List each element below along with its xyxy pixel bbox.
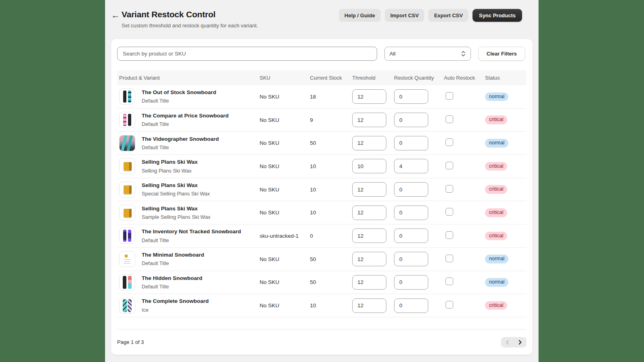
column-header-current-stock: Current Stock: [310, 75, 352, 81]
column-header-threshold: Threshold: [352, 75, 394, 81]
restock-quantity-input[interactable]: [394, 298, 428, 313]
product-name: Selling Plans Ski Wax: [142, 159, 198, 165]
product-name: Selling Plans Ski Wax: [142, 182, 210, 189]
auto-restock-checkbox[interactable]: [446, 138, 453, 146]
table-row: Selling Plans Ski Wax Special Selling Pl…: [117, 178, 526, 202]
table-row: Selling Plans Ski Wax Sample Selling Pla…: [117, 201, 526, 224]
auto-restock-checkbox[interactable]: [446, 278, 453, 285]
page-title: Variant Restock Control: [122, 10, 215, 19]
product-thumbnail: [119, 205, 135, 221]
sku-value: No SKU: [260, 210, 310, 216]
variant-name: Ice: [142, 307, 209, 313]
sku-value: No SKU: [260, 94, 310, 100]
threshold-input[interactable]: [352, 206, 386, 220]
restock-quantity-input[interactable]: [394, 275, 428, 290]
status-badge: normal: [485, 93, 508, 101]
restock-quantity-input[interactable]: [394, 136, 428, 150]
page-indicator: Page 1 of 3: [117, 339, 144, 345]
page-subtitle: Set custom threshold and restock quantit…: [122, 23, 258, 29]
variant-name: Default Title: [142, 237, 241, 243]
auto-restock-checkbox[interactable]: [446, 92, 453, 100]
current-stock-value: 10: [310, 163, 352, 169]
status-badge: critical: [485, 301, 507, 310]
status-badge: critical: [485, 208, 507, 217]
import-csv-button[interactable]: Import CSV: [385, 9, 425, 22]
table-row: The Complete Snowboard Ice No SKU 10 cri…: [117, 294, 526, 317]
previous-page-button[interactable]: [501, 337, 514, 348]
restock-quantity-input[interactable]: [394, 206, 428, 220]
threshold-input[interactable]: [352, 182, 386, 197]
table-row: The Compare at Price Snowboard Default T…: [117, 109, 526, 132]
table-footer: Page 1 of 3: [117, 329, 526, 355]
back-arrow-icon[interactable]: ←: [110, 10, 121, 21]
product-name: The Hidden Snowboard: [142, 275, 202, 282]
product-name: The Compare at Price Snowboard: [142, 113, 229, 119]
sku-value: No SKU: [260, 302, 310, 309]
product-thumbnail: [119, 112, 135, 128]
restock-quantity-input[interactable]: [394, 113, 428, 127]
column-header-restock-quantity: Restock Quantity: [394, 75, 444, 81]
status-badge: normal: [485, 278, 508, 287]
updown-chevron-icon: [461, 51, 466, 57]
sync-products-button[interactable]: Sync Products: [473, 9, 522, 22]
restock-table-card: All Clear Filters Product & Variant SKU …: [111, 39, 533, 355]
product-thumbnail: [119, 298, 135, 314]
restock-quantity-input[interactable]: [394, 182, 428, 197]
threshold-input[interactable]: [352, 275, 386, 290]
current-stock-value: 10: [310, 210, 352, 216]
chevron-right-icon: [518, 340, 522, 345]
sku-value: No SKU: [260, 117, 310, 123]
auto-restock-checkbox[interactable]: [446, 115, 453, 123]
table-row: The Hidden Snowboard Default Title No SK…: [117, 271, 526, 294]
clear-filters-button[interactable]: Clear Filters: [478, 47, 525, 61]
column-header-status: Status: [485, 75, 526, 81]
restock-quantity-input[interactable]: [394, 159, 428, 173]
table-header-row: Product & Variant SKU Current Stock Thre…: [117, 70, 526, 85]
table-row: The Inventory Not Tracked Snowboard Defa…: [117, 224, 526, 248]
column-header-product: Product & Variant: [117, 75, 260, 81]
export-csv-button[interactable]: Export CSV: [428, 9, 469, 22]
next-page-button[interactable]: [514, 337, 527, 348]
status-badge: critical: [485, 232, 507, 241]
auto-restock-checkbox[interactable]: [446, 301, 453, 309]
column-header-auto-restock: Auto Restock: [444, 75, 485, 81]
threshold-input[interactable]: [352, 89, 386, 104]
auto-restock-checkbox[interactable]: [446, 162, 453, 169]
current-stock-value: 10: [310, 302, 352, 309]
pagination-control: [501, 337, 526, 348]
status-filter-select[interactable]: All: [384, 47, 471, 61]
table-row: Selling Plans Ski Wax Selling Plans Ski …: [117, 155, 526, 178]
threshold-input[interactable]: [352, 159, 386, 173]
column-header-sku: SKU: [260, 75, 310, 81]
variant-name: Default Title: [142, 144, 219, 150]
auto-restock-checkbox[interactable]: [446, 255, 453, 262]
search-input[interactable]: [117, 47, 377, 61]
restock-quantity-input[interactable]: [394, 89, 428, 104]
current-stock-value: 50: [310, 140, 352, 146]
help-guide-button[interactable]: Help / Guide: [339, 9, 381, 22]
current-stock-value: 10: [310, 187, 352, 193]
variant-name: Default Title: [142, 284, 202, 290]
table-row: The Out of Stock Snowboard Default Title…: [117, 85, 526, 109]
product-name: The Out of Stock Snowboard: [142, 89, 216, 96]
auto-restock-checkbox[interactable]: [446, 231, 453, 239]
sku-value: No SKU: [260, 163, 310, 169]
variant-name: Selling Plans Ski Wax: [142, 168, 198, 174]
threshold-input[interactable]: [352, 298, 386, 313]
product-name: The Inventory Not Tracked Snowboard: [142, 228, 241, 235]
product-name: The Minimal Snowboard: [142, 252, 204, 258]
threshold-input[interactable]: [352, 113, 386, 127]
auto-restock-checkbox[interactable]: [446, 185, 453, 193]
status-badge: critical: [485, 115, 507, 124]
sku-value: No SKU: [260, 140, 310, 146]
auto-restock-checkbox[interactable]: [446, 208, 453, 216]
current-stock-value: 9: [310, 117, 352, 123]
restock-quantity-input[interactable]: [394, 252, 428, 266]
product-thumbnail: [119, 88, 135, 105]
threshold-input[interactable]: [352, 252, 386, 266]
product-thumbnail: [119, 251, 135, 267]
restock-quantity-input[interactable]: [394, 228, 428, 243]
status-filter-value: All: [390, 51, 396, 57]
threshold-input[interactable]: [352, 136, 386, 150]
threshold-input[interactable]: [352, 228, 386, 243]
